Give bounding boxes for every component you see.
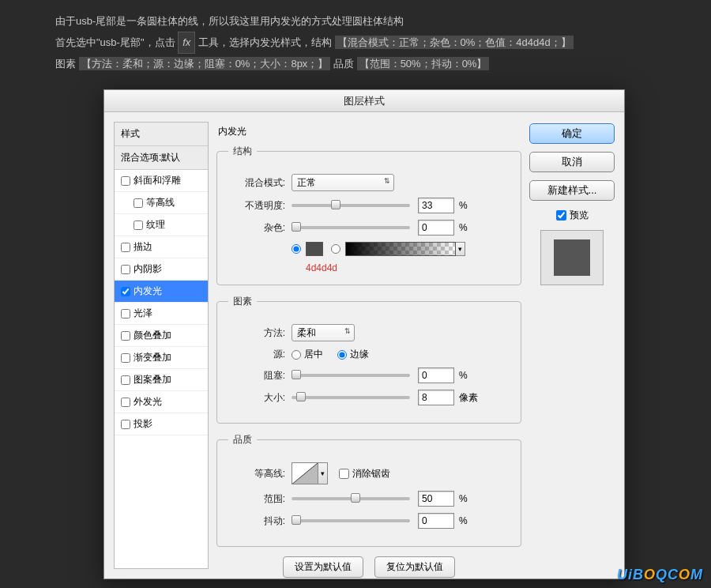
style-item-8[interactable]: 渐变叠加 bbox=[115, 347, 208, 369]
size-label: 大小: bbox=[228, 391, 285, 405]
style-item-6[interactable]: 光泽 bbox=[115, 303, 208, 325]
style-item-label: 纹理 bbox=[146, 218, 165, 232]
style-item-checkbox[interactable] bbox=[121, 265, 130, 274]
style-item-checkbox[interactable] bbox=[121, 420, 130, 429]
range-slider[interactable] bbox=[292, 497, 410, 500]
contour-label: 等高线: bbox=[228, 467, 285, 481]
opacity-unit: % bbox=[459, 200, 468, 211]
style-item-checkbox[interactable] bbox=[134, 220, 143, 230]
intro-line3b: 品质 bbox=[333, 58, 354, 70]
style-item-label: 内发光 bbox=[134, 285, 162, 298]
color-gradient-radio[interactable] bbox=[331, 244, 340, 254]
intro-line2a: 首先选中"usb-尾部"，点击 bbox=[55, 36, 175, 48]
antialias-label: 消除锯齿 bbox=[352, 467, 390, 481]
noise-unit: % bbox=[459, 222, 468, 233]
contour-dropdown-icon[interactable]: ▾ bbox=[318, 462, 328, 484]
color-hex-annotation: 4d4d4d bbox=[306, 262, 510, 273]
jitter-slider[interactable] bbox=[292, 519, 410, 522]
structure-legend: 结构 bbox=[228, 145, 257, 158]
color-swatch[interactable] bbox=[306, 242, 323, 256]
style-item-10[interactable]: 外发光 bbox=[115, 391, 208, 413]
style-item-label: 图案叠加 bbox=[134, 373, 171, 386]
make-default-button[interactable]: 设置为默认值 bbox=[283, 556, 363, 578]
style-item-checkbox[interactable] bbox=[121, 331, 130, 341]
style-item-1[interactable]: 等高线 bbox=[115, 192, 208, 214]
cancel-button[interactable]: 取消 bbox=[529, 152, 615, 172]
style-item-label: 内阴影 bbox=[134, 262, 162, 276]
style-item-checkbox[interactable] bbox=[121, 398, 130, 407]
preview-swatch bbox=[554, 239, 590, 276]
antialias-checkbox[interactable] bbox=[339, 469, 349, 479]
intro-highlight-elements: 【方法：柔和；源：边缘；阻塞：0%；大小：8px；】 bbox=[79, 57, 331, 70]
choke-slider[interactable] bbox=[292, 374, 410, 377]
gradient-dropdown-icon[interactable]: ▾ bbox=[456, 242, 465, 256]
style-item-checkbox[interactable] bbox=[134, 198, 143, 208]
structure-group: 结构 混合模式: 正常 不透明度: % 杂色: bbox=[216, 145, 521, 285]
layer-style-dialog: 图层样式 样式 混合选项:默认 斜面和浮雕等高线纹理描边内阴影内发光光泽颜色叠加… bbox=[103, 89, 625, 579]
range-input[interactable] bbox=[418, 491, 454, 507]
style-item-7[interactable]: 颜色叠加 bbox=[115, 325, 208, 347]
style-item-label: 外发光 bbox=[134, 395, 162, 409]
ok-button[interactable]: 确定 bbox=[529, 123, 615, 144]
style-item-4[interactable]: 内阴影 bbox=[115, 258, 208, 281]
intro-line3a: 图素 bbox=[55, 58, 76, 70]
style-item-5[interactable]: 内发光 bbox=[115, 281, 208, 303]
jitter-label: 抖动: bbox=[228, 514, 285, 528]
settings-panel: 内发光 结构 混合模式: 正常 不透明度: % bbox=[216, 122, 521, 569]
source-center-radio[interactable] bbox=[292, 350, 301, 360]
style-item-0[interactable]: 斜面和浮雕 bbox=[115, 170, 208, 192]
contour-picker[interactable] bbox=[292, 462, 318, 484]
opacity-slider[interactable] bbox=[292, 204, 410, 207]
source-center-label: 居中 bbox=[304, 348, 323, 361]
choke-unit: % bbox=[459, 370, 468, 381]
blend-mode-select[interactable]: 正常 bbox=[292, 174, 394, 191]
method-select[interactable]: 柔和 bbox=[292, 324, 355, 341]
instruction-text: 由于usb-尾部是一条圆柱体的线，所以我这里用内发光的方式处理圆柱体结构 首先选… bbox=[0, 0, 711, 74]
blend-mode-label: 混合模式: bbox=[228, 176, 285, 190]
source-edge-label: 边缘 bbox=[350, 348, 369, 361]
intro-line1: 由于usb-尾部是一条圆柱体的线，所以我这里用内发光的方式处理圆柱体结构 bbox=[55, 15, 404, 27]
style-item-checkbox[interactable] bbox=[121, 243, 130, 252]
intro-line2b: 工具，选择内发光样式，结构 bbox=[198, 36, 332, 48]
style-item-label: 描边 bbox=[134, 240, 152, 254]
elements-legend: 图素 bbox=[228, 295, 257, 308]
choke-input[interactable] bbox=[418, 368, 454, 383]
range-label: 范围: bbox=[228, 492, 285, 506]
elements-group: 图素 方法: 柔和 源: 居中 边缘 阻塞 bbox=[216, 295, 521, 424]
dialog-actions: 确定 取消 新建样式... 预览 bbox=[529, 122, 615, 569]
style-item-label: 光泽 bbox=[134, 307, 152, 320]
style-item-label: 渐变叠加 bbox=[134, 351, 171, 364]
jitter-input[interactable] bbox=[418, 513, 454, 529]
watermark: UiBOQCOM bbox=[617, 567, 703, 583]
gradient-bar[interactable] bbox=[345, 242, 456, 256]
reset-default-button[interactable]: 复位为默认值 bbox=[374, 556, 455, 578]
preview-label: 预览 bbox=[570, 209, 589, 222]
style-list: 样式 混合选项:默认 斜面和浮雕等高线纹理描边内阴影内发光光泽颜色叠加渐变叠加图… bbox=[114, 122, 209, 569]
style-item-11[interactable]: 投影 bbox=[115, 413, 208, 435]
opacity-input[interactable] bbox=[418, 198, 454, 213]
style-item-checkbox[interactable] bbox=[121, 309, 130, 318]
new-style-button[interactable]: 新建样式... bbox=[529, 180, 615, 201]
noise-input[interactable] bbox=[418, 220, 454, 236]
source-edge-radio[interactable] bbox=[337, 350, 347, 360]
style-item-label: 投影 bbox=[134, 417, 152, 431]
style-list-header[interactable]: 样式 bbox=[115, 122, 208, 146]
style-item-9[interactable]: 图案叠加 bbox=[115, 369, 208, 391]
method-label: 方法: bbox=[228, 326, 285, 340]
size-unit: 像素 bbox=[459, 391, 478, 405]
style-item-checkbox[interactable] bbox=[121, 176, 130, 186]
style-item-3[interactable]: 描边 bbox=[115, 236, 208, 258]
preview-checkbox[interactable] bbox=[556, 210, 566, 220]
blend-options-header[interactable]: 混合选项:默认 bbox=[115, 146, 208, 170]
opacity-label: 不透明度: bbox=[228, 199, 285, 213]
noise-slider[interactable] bbox=[292, 226, 410, 229]
size-input[interactable] bbox=[418, 390, 454, 405]
style-item-label: 等高线 bbox=[146, 196, 175, 209]
preview-box bbox=[540, 230, 604, 285]
style-item-2[interactable]: 纹理 bbox=[115, 214, 208, 236]
style-item-checkbox[interactable] bbox=[121, 287, 130, 296]
style-item-checkbox[interactable] bbox=[121, 353, 130, 363]
color-solid-radio[interactable] bbox=[292, 244, 301, 254]
style-item-checkbox[interactable] bbox=[121, 375, 130, 385]
size-slider[interactable] bbox=[292, 396, 410, 399]
